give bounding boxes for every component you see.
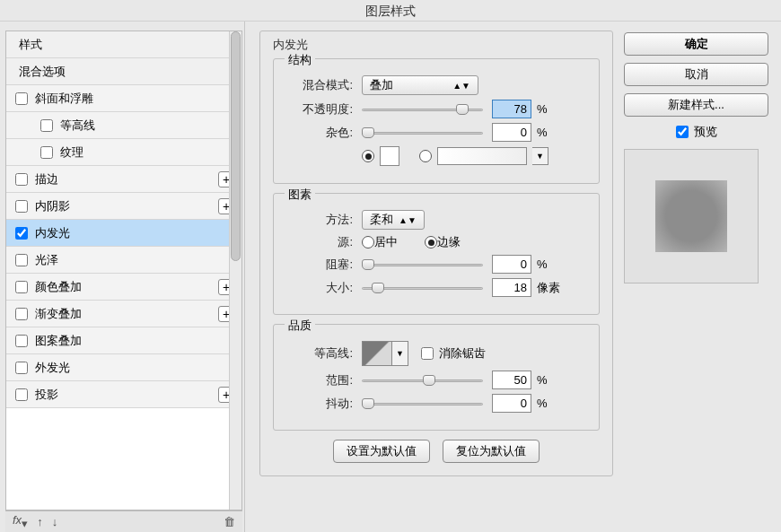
noise-input[interactable]: 0 <box>492 123 531 142</box>
style-item-3[interactable]: 描边+ <box>6 166 241 193</box>
style-checkbox[interactable] <box>15 362 28 374</box>
style-checkbox[interactable] <box>15 173 28 186</box>
gradient-swatch[interactable] <box>437 147 527 165</box>
elements-label: 图素 <box>285 188 315 201</box>
styles-footer: fx▾ ↑ ↓ 🗑 <box>5 510 242 532</box>
style-label: 斜面和浮雕 <box>35 85 93 112</box>
style-checkbox[interactable] <box>15 254 28 266</box>
choke-slider[interactable] <box>362 258 483 271</box>
style-label: 投影 <box>35 381 58 408</box>
ok-button[interactable]: 确定 <box>624 32 768 56</box>
style-item-4[interactable]: 内阴影+ <box>6 193 241 220</box>
source-edge-radio[interactable] <box>425 236 437 249</box>
style-checkbox[interactable] <box>15 200 28 213</box>
size-slider[interactable] <box>362 282 483 294</box>
style-item-9[interactable]: 图案叠加 <box>6 327 241 354</box>
move-up-icon[interactable]: ↑ <box>37 515 43 528</box>
style-item-2[interactable]: 纹理 <box>6 139 241 166</box>
style-checkbox[interactable] <box>40 119 53 132</box>
style-item-11[interactable]: 投影+ <box>6 381 241 408</box>
fx-menu[interactable]: fx▾ <box>13 513 28 530</box>
range-label: 范围: <box>288 372 353 388</box>
color-swatch[interactable] <box>380 146 399 166</box>
trash-icon[interactable]: 🗑 <box>224 515 235 528</box>
style-label: 内阴影 <box>35 193 70 220</box>
jitter-input[interactable]: 0 <box>492 394 531 413</box>
jitter-slider[interactable] <box>362 397 483 410</box>
styles-panel: 样式 混合选项 斜面和浮雕等高线纹理描边+内阴影+内发光光泽颜色叠加+渐变叠加+… <box>0 22 245 532</box>
pct-unit: % <box>537 102 548 116</box>
style-item-5[interactable]: 内发光 <box>6 220 241 247</box>
section-label: 内发光 <box>269 38 312 51</box>
style-label: 图案叠加 <box>35 327 82 354</box>
style-item-10[interactable]: 外发光 <box>6 354 241 381</box>
source-center-label: 居中 <box>374 234 398 250</box>
antialias-label: 消除锯齿 <box>439 345 486 362</box>
source-label: 源: <box>288 234 353 250</box>
gradient-dropdown-icon[interactable]: ▼ <box>532 147 548 165</box>
style-checkbox[interactable] <box>15 388 28 401</box>
styles-scrollbar[interactable] <box>229 31 241 510</box>
style-item-7[interactable]: 颜色叠加+ <box>6 274 241 301</box>
style-label: 渐变叠加 <box>35 301 82 327</box>
style-checkbox[interactable] <box>15 92 28 105</box>
style-checkbox[interactable] <box>15 308 28 320</box>
noise-slider[interactable] <box>362 126 483 139</box>
opacity-slider[interactable] <box>362 103 483 116</box>
style-checkbox[interactable] <box>40 146 53 159</box>
source-edge-label: 边缘 <box>437 234 461 250</box>
style-checkbox[interactable] <box>15 335 28 347</box>
method-select[interactable]: 柔和▲▼ <box>362 210 425 230</box>
style-checkbox[interactable] <box>15 227 28 240</box>
style-item-0[interactable]: 斜面和浮雕 <box>6 85 241 112</box>
style-item-1[interactable]: 等高线 <box>6 112 241 139</box>
style-label: 纹理 <box>60 139 83 166</box>
style-label: 描边 <box>35 166 58 193</box>
reset-default-button[interactable]: 复位为默认值 <box>443 440 540 463</box>
settings-panel: 内发光 结构 混合模式: 叠加▲▼ 不透明度: 78 % 杂色: <box>245 22 624 532</box>
size-input[interactable]: 18 <box>492 278 531 297</box>
range-slider[interactable] <box>362 374 483 387</box>
set-default-button[interactable]: 设置为默认值 <box>333 440 430 463</box>
action-panel: 确定 取消 新建样式... 预览 <box>624 22 781 532</box>
px-unit: 像素 <box>537 280 560 296</box>
contour-dropdown-icon[interactable]: ▼ <box>392 341 408 366</box>
choke-label: 阻塞: <box>288 257 353 273</box>
method-label: 方法: <box>288 212 353 228</box>
blend-options-header[interactable]: 混合选项 <box>6 58 241 85</box>
quality-label: 品质 <box>285 318 315 332</box>
styles-header[interactable]: 样式 <box>6 31 241 58</box>
noise-label: 杂色: <box>288 125 353 141</box>
range-input[interactable]: 50 <box>492 371 531 389</box>
opacity-input[interactable]: 78 <box>492 100 531 118</box>
move-down-icon[interactable]: ↓ <box>52 515 58 528</box>
preview-swatch <box>655 180 727 252</box>
style-item-8[interactable]: 渐变叠加+ <box>6 301 241 327</box>
contour-picker[interactable] <box>362 341 392 366</box>
contour-label: 等高线: <box>288 345 353 362</box>
new-style-button[interactable]: 新建样式... <box>624 93 768 117</box>
structure-label: 结构 <box>285 53 315 66</box>
style-item-6[interactable]: 光泽 <box>6 247 241 274</box>
dialog-title: 图层样式 <box>0 0 781 22</box>
color-radio[interactable] <box>362 150 374 162</box>
source-center-radio[interactable] <box>362 236 374 249</box>
style-label: 颜色叠加 <box>35 274 82 301</box>
style-label: 内发光 <box>35 220 70 247</box>
blend-mode-label: 混合模式: <box>288 77 353 93</box>
style-label: 等高线 <box>60 112 95 139</box>
preview-label: 预览 <box>694 124 717 140</box>
choke-input[interactable]: 0 <box>492 255 531 274</box>
style-label: 外发光 <box>35 354 70 381</box>
opacity-label: 不透明度: <box>288 101 353 118</box>
style-label: 光泽 <box>35 247 58 274</box>
style-checkbox[interactable] <box>15 281 28 293</box>
gradient-radio[interactable] <box>419 150 432 162</box>
blend-mode-select[interactable]: 叠加▲▼ <box>362 75 478 95</box>
antialias-checkbox[interactable] <box>421 347 434 360</box>
preview-box <box>624 149 759 283</box>
jitter-label: 抖动: <box>288 396 353 412</box>
cancel-button[interactable]: 取消 <box>624 63 768 86</box>
size-label: 大小: <box>288 280 353 296</box>
preview-checkbox[interactable] <box>676 126 689 138</box>
